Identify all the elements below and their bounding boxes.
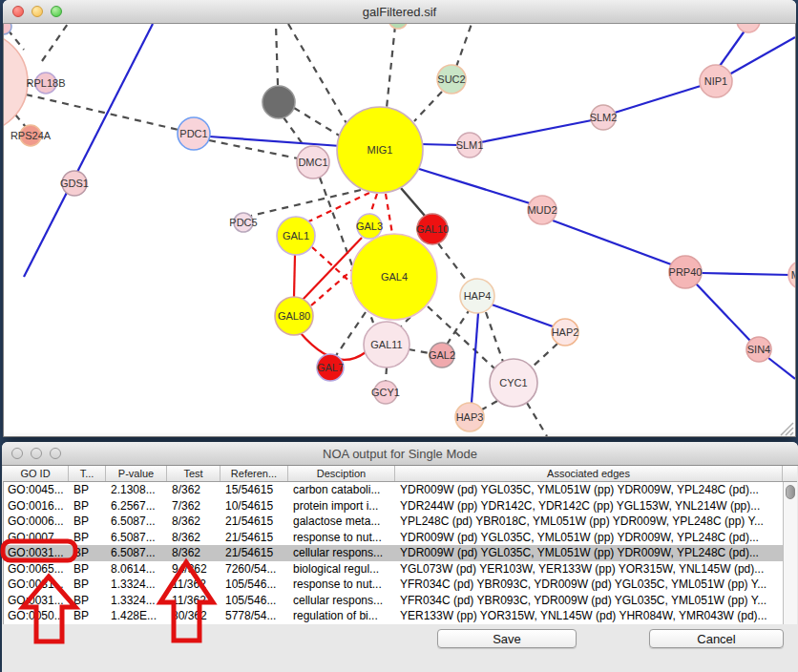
graph-edge xyxy=(768,358,795,379)
column-header-t[interactable]: T... xyxy=(69,466,106,481)
cell-desciption: protein import i... xyxy=(289,498,396,514)
cell-p_value: 6.5087... xyxy=(107,530,168,546)
cell-p_value: 6.2567... xyxy=(107,498,168,514)
cell-test: 11/362 xyxy=(168,593,221,609)
scrollbar-thumb[interactable] xyxy=(786,485,795,499)
table-row[interactable]: GO:0031...BP1.3324...11/362105/546...cel… xyxy=(4,593,783,609)
zoom-button[interactable] xyxy=(51,6,62,17)
cell-p_value: 1.3324... xyxy=(107,577,168,593)
noa-output-window: NOA output for Single Mode GO IDT...P-va… xyxy=(2,442,798,672)
node-green-top[interactable] xyxy=(388,24,408,29)
column-header-referen[interactable]: Referen... xyxy=(220,466,288,481)
graph-edge xyxy=(288,24,350,130)
table-row[interactable]: GO:0045...BP2.1308...8/36215/54615carbon… xyxy=(4,482,783,498)
cell-associated_edges: YDR009W (pd) YGL035C, YML051W (pp) YDR00… xyxy=(396,530,783,546)
node-large-left[interactable] xyxy=(4,32,28,133)
node-PRP40-label: PRP40 xyxy=(669,266,703,278)
graph-edge xyxy=(720,30,746,66)
table-row[interactable]: GO:0050...BP1.428E...80/3625778/54...reg… xyxy=(4,608,783,624)
network-window-titlebar[interactable]: galFiltered.sif xyxy=(3,0,796,24)
cell-type: BP xyxy=(70,577,107,593)
cell-associated_edges: YER133W (pp) YOR315W, YNL145W (pd) YHR08… xyxy=(396,608,783,624)
table-row[interactable]: GO:0007...BP6.5087...8/36221/54615respon… xyxy=(4,530,783,546)
column-header-desciption[interactable]: Desciption xyxy=(288,466,395,481)
graph-edge xyxy=(335,312,366,357)
cell-p_value: 8.0614... xyxy=(107,561,168,578)
resize-grip[interactable] xyxy=(781,423,793,435)
cell-reference: 21/54615 xyxy=(221,545,289,561)
graph-edge xyxy=(482,401,497,410)
graph-edge xyxy=(409,349,430,353)
table-row[interactable]: GO:0031...BP1.3324...11/362105/546...res… xyxy=(4,577,783,593)
node-gray[interactable] xyxy=(262,86,295,118)
graph-edge xyxy=(492,304,553,326)
graph-edge xyxy=(416,168,530,203)
close-button[interactable] xyxy=(12,6,24,17)
network-window: galFiltered.sif RPL18BRPS24AGDS1PDC1DMC1… xyxy=(3,0,796,437)
cell-go_id: GO:0031... xyxy=(4,545,70,561)
cancel-button[interactable]: Cancel xyxy=(649,629,784,648)
cell-desciption: galactose meta... xyxy=(289,514,396,530)
cell-desciption: response to nut... xyxy=(289,577,396,593)
cell-type: BP xyxy=(70,561,107,578)
node-MUD2-label: MUD2 xyxy=(527,204,556,216)
cell-p_value: 2.1308... xyxy=(107,482,168,498)
cell-test: 8/362 xyxy=(168,482,221,498)
node-RPS24A-label: RPS24A xyxy=(10,130,52,141)
cell-desciption: biological regul... xyxy=(289,561,396,578)
save-button[interactable]: Save xyxy=(437,629,577,648)
node-HAP2-label: HAP2 xyxy=(552,326,579,338)
cell-test: 94/362 xyxy=(168,561,221,578)
cell-reference: 21/54615 xyxy=(221,530,289,546)
graph-edge xyxy=(386,194,392,234)
graph-edge xyxy=(486,312,503,362)
edges-layer xyxy=(8,24,795,436)
table-row[interactable]: GO:0006...BP6.5087...8/36221/54615galact… xyxy=(4,514,783,530)
cell-p_value: 6.5087... xyxy=(107,545,168,561)
node-DMC1-label: DMC1 xyxy=(298,157,327,168)
cell-desciption: regulation of bi... xyxy=(289,608,396,624)
network-canvas[interactable]: RPL18BRPS24AGDS1PDC1DMC1MIG1SUC2SLM1NIP1… xyxy=(3,24,796,437)
graph-edge xyxy=(414,92,442,121)
column-header-test[interactable]: Test xyxy=(167,466,220,481)
graph-edge xyxy=(294,255,295,297)
cell-go_id: GO:0031... xyxy=(4,593,70,609)
column-header-goid[interactable]: GO ID xyxy=(3,466,69,481)
node-MSN-clipped-label: MSN xyxy=(791,269,795,281)
cell-associated_edges: YDR009W (pd) YGL035C, YML051W (pp) YDR00… xyxy=(396,482,783,498)
cell-p_value: 1.428E... xyxy=(107,608,168,624)
cell-test: 8/362 xyxy=(168,530,221,546)
network-window-title: galFiltered.sif xyxy=(363,5,436,19)
table-row[interactable]: GO:0065...BP8.0614...94/3627260/54...bio… xyxy=(4,561,783,578)
table-row[interactable]: GO:0016...BP6.2567...7/36210/54615protei… xyxy=(4,498,783,514)
zoom-button[interactable] xyxy=(50,448,61,459)
traffic-lights xyxy=(12,0,62,23)
table-row-selected[interactable]: GO:0031...BP6.5087...8/36221/54615cellul… xyxy=(4,545,783,561)
vertical-scrollbar[interactable] xyxy=(783,482,797,624)
close-button[interactable] xyxy=(11,448,23,459)
cell-reference: 105/546... xyxy=(221,593,289,609)
cell-reference: 5778/54... xyxy=(221,608,289,624)
minimize-button[interactable] xyxy=(31,448,42,459)
cell-p_value: 1.3324... xyxy=(107,593,168,609)
noa-window-titlebar[interactable]: NOA output for Single Mode xyxy=(2,442,798,466)
cell-reference: 10/54615 xyxy=(221,498,289,514)
table-body: GO:0045...BP2.1308...8/36215/54615carbon… xyxy=(3,482,783,624)
graph-edge xyxy=(401,188,425,216)
cell-reference: 7260/54... xyxy=(221,561,289,578)
graph-edge xyxy=(294,108,341,136)
node-pink-top[interactable] xyxy=(737,24,760,32)
column-header-pvalue[interactable]: P-value xyxy=(106,466,167,481)
column-header-associatededges[interactable]: Associated edges xyxy=(395,466,783,481)
graph-edge xyxy=(472,313,478,403)
minimize-button[interactable] xyxy=(32,6,43,17)
graph-edge xyxy=(209,136,341,146)
graph-edge xyxy=(276,24,278,85)
cell-desciption: carbon cataboli... xyxy=(289,482,396,498)
node-GAL7-label: GAL7 xyxy=(317,362,344,373)
graph-edge xyxy=(251,190,361,216)
cell-go_id: GO:0006... xyxy=(4,514,70,530)
graph-edge xyxy=(42,24,68,61)
graph-edge xyxy=(420,144,458,145)
cell-type: BP xyxy=(70,545,107,561)
